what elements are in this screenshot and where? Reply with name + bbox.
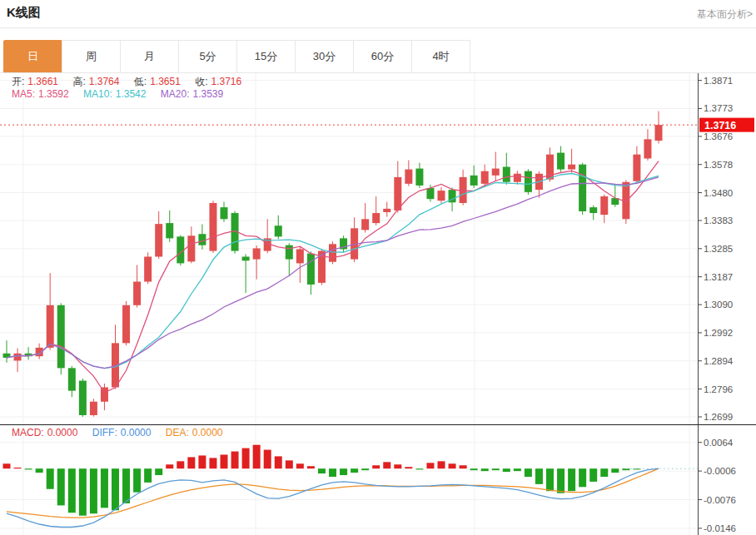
svg-text:1.2796: 1.2796 xyxy=(704,384,733,394)
ma10-line xyxy=(7,174,659,369)
price-gridlines xyxy=(0,73,698,424)
high-label: 高: xyxy=(72,76,85,87)
close-label: 收: xyxy=(195,76,207,87)
ma20-label: MA20: xyxy=(161,88,190,100)
macd-readout: MACD:0.0000 DIFF:0.0000 DEA:0.0000 xyxy=(12,427,226,438)
macd-y-tick-labels: 0.0064-0.0006-0.0076-0.0146 xyxy=(698,438,736,533)
svg-text:-0.0006: -0.0006 xyxy=(704,466,736,476)
tab-月[interactable]: 月 xyxy=(120,40,179,73)
svg-text:1.3383: 1.3383 xyxy=(704,215,733,225)
tab-周[interactable]: 周 xyxy=(62,40,121,73)
svg-text:1.3578: 1.3578 xyxy=(704,160,733,170)
svg-text:0.0064: 0.0064 xyxy=(704,438,734,448)
ma-readout: MA5:1.3592 MA10:1.3542 MA20:1.3539 xyxy=(12,88,226,100)
svg-text:1.3716: 1.3716 xyxy=(704,120,736,131)
ma20-value: 1.3539 xyxy=(192,88,223,100)
dea-label: DEA: xyxy=(166,427,189,438)
svg-text:1.3480: 1.3480 xyxy=(704,188,733,198)
svg-text:1.2992: 1.2992 xyxy=(704,328,733,338)
macd-value: 0.0000 xyxy=(47,427,78,438)
fundamental-analysis-link[interactable]: 基本面分析> xyxy=(697,7,753,22)
svg-text:-0.0076: -0.0076 xyxy=(704,495,736,505)
macd-panel: 0.0064-0.0006-0.0076-0.0146 MACD:0.0000 … xyxy=(0,424,756,535)
interval-tabbar: 日周月5分15分30分60分4时 xyxy=(4,40,470,73)
tab-15分[interactable]: 15分 xyxy=(236,40,296,73)
ma5-label: MA5: xyxy=(12,88,35,100)
kline-widget: K线图 基本面分析> 日周月5分15分30分60分4时 1.38711.3773… xyxy=(0,0,756,535)
tab-5分[interactable]: 5分 xyxy=(178,40,237,73)
svg-text:1.2894: 1.2894 xyxy=(704,356,734,366)
macd-label: MACD: xyxy=(12,427,44,438)
high-value: 1.3764 xyxy=(89,76,120,87)
open-label: 开: xyxy=(12,76,24,87)
svg-text:1.3773: 1.3773 xyxy=(704,103,733,113)
diff-value: 0.0000 xyxy=(121,427,152,438)
macd-chart[interactable]: 0.0064-0.0006-0.0076-0.0146 xyxy=(0,424,756,535)
ma20-line xyxy=(7,177,659,369)
current-price-badge: 1.3716 xyxy=(699,118,754,132)
svg-text:1.2699: 1.2699 xyxy=(704,412,733,422)
open-value: 1.3661 xyxy=(27,76,58,87)
ohlc-readout: 开:1.3661 高:1.3764 低:1.3651 收:1.3716 xyxy=(12,75,245,89)
svg-text:1.3187: 1.3187 xyxy=(704,272,733,282)
low-label: 低: xyxy=(134,76,147,87)
header-divider xyxy=(0,27,756,28)
tab-30分[interactable]: 30分 xyxy=(295,40,354,73)
svg-text:-0.0146: -0.0146 xyxy=(704,523,736,533)
tab-60分[interactable]: 60分 xyxy=(353,40,412,73)
price-chart-panel: 1.38711.37731.36761.35781.34801.33831.32… xyxy=(0,73,756,424)
svg-text:1.3676: 1.3676 xyxy=(704,131,733,141)
svg-text:1.3871: 1.3871 xyxy=(704,76,733,86)
tab-日[interactable]: 日 xyxy=(3,40,62,73)
low-value: 1.3651 xyxy=(150,76,181,87)
ma5-value: 1.3592 xyxy=(38,88,69,100)
close-value: 1.3716 xyxy=(211,76,242,87)
dea-value: 0.0000 xyxy=(192,427,223,438)
page-title: K线图 xyxy=(7,5,41,21)
macd-histogram xyxy=(3,445,641,516)
diff-label: DIFF: xyxy=(92,427,117,438)
ma10-label: MA10: xyxy=(83,88,112,100)
tab-4时[interactable]: 4时 xyxy=(411,40,470,73)
candles-layer xyxy=(3,111,663,417)
ma10-value: 1.3542 xyxy=(116,88,147,100)
candlestick-chart[interactable]: 1.38711.37731.36761.35781.34801.33831.32… xyxy=(0,73,756,424)
svg-text:1.3285: 1.3285 xyxy=(704,244,733,254)
svg-text:1.3090: 1.3090 xyxy=(704,300,733,310)
